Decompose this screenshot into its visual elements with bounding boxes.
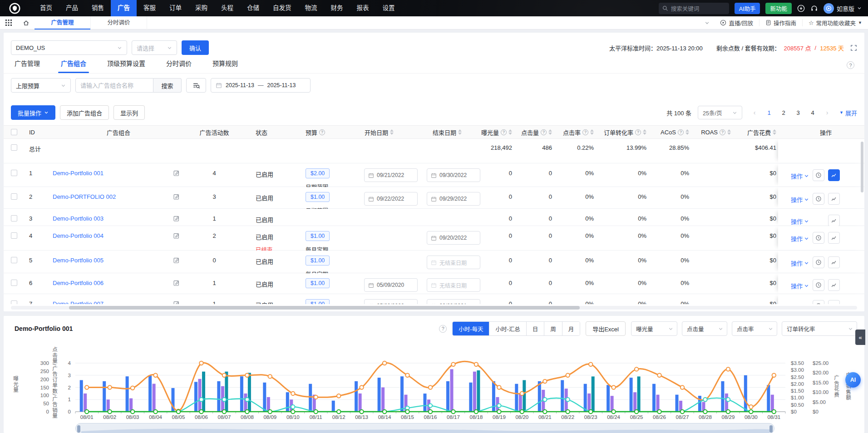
datazoom-left-handle[interactable]: [77, 425, 80, 433]
subnav-link-直播/回放[interactable]: 直播/回放: [714, 19, 759, 26]
export-excel-button[interactable]: 导出Excel: [586, 321, 626, 336]
advanced-filter-icon[interactable]: [186, 78, 206, 93]
page-3[interactable]: 3: [792, 109, 804, 116]
page-2[interactable]: 2: [778, 109, 789, 116]
budget-value[interactable]: $1.00: [306, 231, 330, 241]
apps-grid-icon[interactable]: [0, 20, 17, 26]
portfolio-name-link[interactable]: Demo-Portfolio 001: [53, 170, 104, 177]
ai-assistant-button[interactable]: AI助手: [735, 3, 760, 14]
actions-dropdown[interactable]: 操作: [791, 195, 809, 204]
columns-button[interactable]: 显示列: [113, 105, 145, 120]
subnav-link-常用功能收藏夹[interactable]: ☆常用功能收藏夹▼: [802, 19, 868, 26]
edit-icon[interactable]: [173, 300, 180, 304]
sort-icons[interactable]: [727, 129, 731, 135]
nav-item-客服[interactable]: 客服: [137, 0, 163, 16]
row-checkbox[interactable]: [11, 170, 17, 176]
shop-select[interactable]: DEMO_US: [11, 40, 127, 55]
end-date-input[interactable]: 无结束日期: [427, 278, 480, 292]
date-range-picker[interactable]: 2025-11-13 — 2025-11-13: [211, 78, 311, 93]
column-header-结束日期[interactable]: 结束日期: [413, 125, 481, 139]
portfolio-name-link[interactable]: Demo-Portfolio 007: [53, 300, 104, 304]
help-icon[interactable]: ?: [439, 325, 447, 333]
sort-icons[interactable]: [686, 129, 689, 135]
datazoom-right-handle[interactable]: [769, 425, 773, 433]
actions-dropdown[interactable]: 操作: [791, 234, 809, 243]
tab-预算规则[interactable]: 预算规则: [212, 59, 238, 73]
budget-value[interactable]: $1.00: [306, 278, 330, 288]
table-horizontal-scrollbar[interactable]: [69, 306, 580, 310]
row-checkbox[interactable]: [11, 280, 17, 286]
workspace-tab-分时调价[interactable]: 分时调价: [91, 16, 147, 30]
table-vertical-scrollbar[interactable]: [861, 142, 863, 192]
start-date-input[interactable]: 09/21/2022: [364, 168, 418, 182]
granularity-日[interactable]: 日: [526, 322, 544, 335]
fullscreen-icon[interactable]: [850, 44, 857, 51]
nav-item-产品[interactable]: 产品: [59, 0, 85, 16]
nav-item-财务[interactable]: 财务: [324, 0, 350, 16]
edit-icon[interactable]: [173, 232, 180, 239]
nav-item-广告[interactable]: 广告: [111, 0, 137, 16]
download-icon[interactable]: [797, 5, 805, 12]
next-page-button[interactable]: ›: [821, 109, 833, 116]
column-header-订单转化率[interactable]: 订单转化率?: [600, 125, 653, 139]
column-header-ACoS[interactable]: ACoS?: [653, 125, 695, 139]
nav-item-订单[interactable]: 订单: [163, 0, 188, 16]
subnav-link-操作指南[interactable]: 操作指南: [759, 19, 802, 26]
row-checkbox[interactable]: [11, 193, 17, 200]
add-portfolio-button[interactable]: 添加广告组合: [60, 105, 109, 120]
nav-item-自发货[interactable]: 自发货: [266, 0, 298, 16]
column-header-点击率[interactable]: 点击率?: [558, 125, 600, 139]
actions-dropdown[interactable]: 操作: [791, 302, 809, 304]
schedule-clock-icon[interactable]: [813, 256, 824, 268]
new-feature-button[interactable]: 新功能: [765, 3, 792, 14]
select-all-checkbox[interactable]: [11, 129, 17, 135]
budget-value[interactable]: $1.00: [306, 299, 330, 304]
column-header-曝光量[interactable]: 曝光量?: [481, 125, 518, 139]
expand-toggle[interactable]: ▼展开: [839, 108, 857, 117]
end-date-input[interactable]: 03/08/2021: [427, 299, 480, 304]
nav-item-报表[interactable]: 报表: [350, 0, 376, 16]
metric-select-3[interactable]: 点击率: [732, 321, 777, 336]
confirm-button[interactable]: 确认: [182, 40, 209, 55]
workspace-tab-广告管理[interactable]: 广告管理: [35, 16, 91, 30]
collapse-panel-tab[interactable]: «: [855, 330, 865, 345]
start-date-input[interactable]: 09/22/2022: [364, 192, 418, 206]
actions-dropdown[interactable]: 操作: [791, 281, 809, 290]
portfolio-name-link[interactable]: Demo-Portfolio 005: [53, 257, 104, 264]
type-select[interactable]: 请选择: [132, 40, 177, 55]
tabs-collapse-icon[interactable]: [700, 20, 714, 25]
actions-dropdown[interactable]: 操作: [791, 259, 809, 267]
nav-item-物流[interactable]: 物流: [298, 0, 324, 16]
edit-icon[interactable]: [173, 170, 180, 177]
prev-page-button[interactable]: ‹: [749, 109, 760, 116]
page-1[interactable]: 1: [763, 109, 775, 116]
tab-广告管理[interactable]: 广告管理: [15, 59, 40, 73]
help-icon[interactable]: ?: [847, 61, 854, 69]
nav-item-销售[interactable]: 销售: [85, 0, 111, 16]
trend-chart-icon[interactable]: [828, 169, 840, 181]
budget-filter-select[interactable]: 上限预算: [11, 78, 71, 93]
row-checkbox[interactable]: [11, 144, 17, 151]
trend-chart-icon[interactable]: [828, 215, 840, 226]
budget-value[interactable]: $2.00: [306, 168, 330, 178]
schedule-clock-icon[interactable]: [813, 279, 824, 291]
home-icon[interactable]: [17, 20, 35, 26]
schedule-clock-icon[interactable]: [813, 169, 824, 181]
edit-icon[interactable]: [173, 257, 180, 264]
sort-icons[interactable]: [508, 129, 512, 135]
edit-icon[interactable]: [173, 193, 180, 200]
sort-icons[interactable]: [458, 129, 462, 135]
ai-float-button[interactable]: AI: [845, 372, 861, 388]
row-checkbox[interactable]: [11, 232, 17, 239]
search-button[interactable]: 搜索: [153, 78, 182, 93]
granularity-月[interactable]: 月: [562, 322, 580, 335]
trend-chart-icon[interactable]: [828, 193, 840, 205]
portfolio-name-link[interactable]: Demo-Portfolio 006: [53, 280, 104, 286]
trend-chart-icon[interactable]: [828, 256, 840, 268]
trend-chart-icon[interactable]: [828, 300, 840, 304]
sort-icons[interactable]: [643, 129, 646, 135]
nav-item-仓储[interactable]: 仓储: [240, 0, 266, 16]
schedule-clock-icon[interactable]: [813, 300, 824, 304]
budget-value[interactable]: $1.00: [306, 192, 330, 202]
sort-icons[interactable]: [773, 129, 776, 135]
